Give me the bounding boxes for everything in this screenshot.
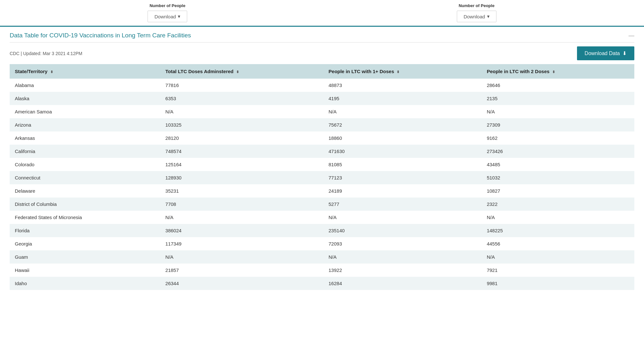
table-cell: 9162 (482, 131, 634, 145)
meta-text: CDC | Updated: Mar 3 2021 4:12PM (10, 51, 82, 56)
table-row: Idaho26344162849981 (10, 277, 634, 290)
table-cell: 24189 (323, 184, 482, 198)
table-cell: 10827 (482, 184, 634, 198)
column-header-row: State/Territory ⬍ Total LTC Doses Admins… (10, 64, 634, 79)
meta-row: CDC | Updated: Mar 3 2021 4:12PM Downloa… (10, 43, 634, 64)
table-row: GuamN/AN/AN/A (10, 250, 634, 264)
table-cell: N/A (323, 105, 482, 118)
table-cell: Colorado (10, 158, 160, 171)
table-row: Alaska635341952135 (10, 92, 634, 105)
table-cell: 9981 (482, 277, 634, 290)
table-cell: California (10, 145, 160, 158)
table-row: Georgia1173497209344556 (10, 237, 634, 250)
table-cell: 471630 (323, 145, 482, 158)
table-cell: 103325 (160, 118, 323, 131)
table-cell: 7708 (160, 198, 323, 211)
table-cell: N/A (160, 250, 323, 264)
table-row: Federated States of MicronesiaN/AN/AN/A (10, 211, 634, 224)
table-cell: Hawaii (10, 264, 160, 277)
table-cell: 386024 (160, 224, 323, 237)
table-cell: Idaho (10, 277, 160, 290)
table-row: Arkansas28120188609162 (10, 131, 634, 145)
table-row: American SamoaN/AN/AN/A (10, 105, 634, 118)
table-cell: American Samoa (10, 105, 160, 118)
col-2doses[interactable]: People in LTC with 2 Doses ⬍ (482, 64, 634, 79)
left-download-button[interactable]: Download ▾ (148, 11, 187, 22)
table-cell: Arkansas (10, 131, 160, 145)
table-cell: 72093 (323, 237, 482, 250)
table-cell: Federated States of Micronesia (10, 211, 160, 224)
table-cell: 26344 (160, 277, 323, 290)
download-data-label: Download Data (585, 51, 620, 56)
table-row: District of Columbia770852772322 (10, 198, 634, 211)
right-download-label: Download (464, 14, 485, 19)
table-row: Alabama778164887328646 (10, 79, 634, 92)
table-row: Hawaii21857139227921 (10, 264, 634, 277)
table-cell: 148225 (482, 224, 634, 237)
table-cell: 75672 (323, 118, 482, 131)
table-cell: Florida (10, 224, 160, 237)
table-row: Connecticut1289307712351032 (10, 171, 634, 184)
col-state-label: State/Territory (15, 69, 47, 74)
table-cell: N/A (160, 105, 323, 118)
table-cell: N/A (160, 211, 323, 224)
table-cell: 6353 (160, 92, 323, 105)
table-row: Arizona1033257567227309 (10, 118, 634, 131)
col-2doses-sort-icon: ⬍ (552, 70, 555, 74)
table-cell: 5277 (323, 198, 482, 211)
table-cell: 2322 (482, 198, 634, 211)
left-download-chevron: ▾ (178, 14, 180, 19)
right-chart-section: Number of People Download ▾ (457, 3, 496, 22)
table-cell: N/A (323, 211, 482, 224)
table-cell: Arizona (10, 118, 160, 131)
table-cell: Guam (10, 250, 160, 264)
table-cell: 273426 (482, 145, 634, 158)
col-state[interactable]: State/Territory ⬍ (10, 64, 160, 79)
table-cell: Connecticut (10, 171, 160, 184)
left-chart-label: Number of People (149, 3, 185, 8)
table-cell: 43485 (482, 158, 634, 171)
table-cell: 18860 (323, 131, 482, 145)
table-cell: 77816 (160, 79, 323, 92)
table-cell: 235140 (323, 224, 482, 237)
right-download-button[interactable]: Download ▾ (457, 11, 496, 22)
table-cell: 48873 (323, 79, 482, 92)
table-cell: 4195 (323, 92, 482, 105)
col-total-doses-sort-icon: ⬍ (236, 70, 239, 74)
table-cell: 28120 (160, 131, 323, 145)
table-cell: 7921 (482, 264, 634, 277)
table-body: Alabama778164887328646Alaska635341952135… (10, 79, 634, 290)
table-header-row: Data Table for COVID-19 Vaccinations in … (10, 27, 634, 43)
table-cell: N/A (323, 250, 482, 264)
col-1plus-doses-label: People in LTC with 1+ Doses (329, 69, 394, 74)
left-chart-section: Number of People Download ▾ (148, 3, 187, 22)
col-total-doses-label: Total LTC Doses Adminstered (165, 69, 233, 74)
table-cell: 125164 (160, 158, 323, 171)
left-download-label: Download (154, 14, 176, 19)
table-row: California748574471630273426 (10, 145, 634, 158)
download-data-icon: ⬇ (622, 50, 627, 56)
table-cell: N/A (482, 105, 634, 118)
table-cell: 128930 (160, 171, 323, 184)
table-cell: 35231 (160, 184, 323, 198)
table-cell: N/A (482, 250, 634, 264)
table-cell: 51032 (482, 171, 634, 184)
table-cell: District of Columbia (10, 198, 160, 211)
download-data-button[interactable]: Download Data ⬇ (577, 46, 634, 60)
table-row: Florida386024235140148225 (10, 224, 634, 237)
table-cell: Georgia (10, 237, 160, 250)
col-1plus-doses[interactable]: People in LTC with 1+ Doses ⬍ (323, 64, 482, 79)
minimize-button[interactable]: — (629, 32, 634, 39)
col-state-sort-icon: ⬍ (50, 70, 53, 74)
col-total-doses[interactable]: Total LTC Doses Adminstered ⬍ (160, 64, 323, 79)
table-head: State/Territory ⬍ Total LTC Doses Admins… (10, 64, 634, 79)
table-cell: 21857 (160, 264, 323, 277)
table-cell: 77123 (323, 171, 482, 184)
table-row: Delaware352312418910827 (10, 184, 634, 198)
table-cell: Alabama (10, 79, 160, 92)
table-cell: 2135 (482, 92, 634, 105)
table-cell: 748574 (160, 145, 323, 158)
data-table: State/Territory ⬍ Total LTC Doses Admins… (10, 64, 634, 290)
right-chart-label: Number of People (459, 3, 495, 8)
right-download-chevron: ▾ (487, 14, 490, 19)
